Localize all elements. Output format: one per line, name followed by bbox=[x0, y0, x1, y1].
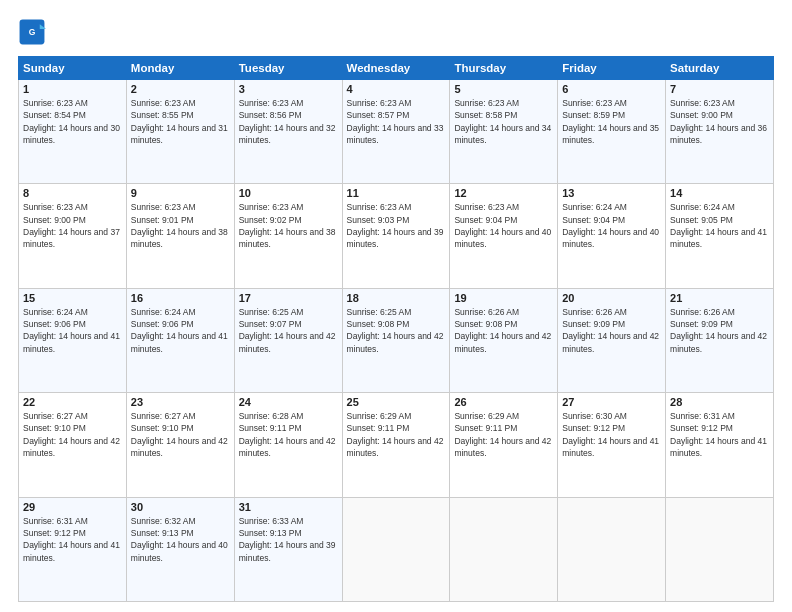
weekday-header-wednesday: Wednesday bbox=[342, 57, 450, 80]
day-info: Sunrise: 6:23 AMSunset: 8:56 PMDaylight:… bbox=[239, 97, 338, 146]
calendar-cell: 5Sunrise: 6:23 AMSunset: 8:58 PMDaylight… bbox=[450, 80, 558, 184]
calendar-cell: 1Sunrise: 6:23 AMSunset: 8:54 PMDaylight… bbox=[19, 80, 127, 184]
calendar-cell: 6Sunrise: 6:23 AMSunset: 8:59 PMDaylight… bbox=[558, 80, 666, 184]
day-info: Sunrise: 6:26 AMSunset: 9:09 PMDaylight:… bbox=[670, 306, 769, 355]
calendar-cell: 13Sunrise: 6:24 AMSunset: 9:04 PMDayligh… bbox=[558, 184, 666, 288]
day-info: Sunrise: 6:27 AMSunset: 9:10 PMDaylight:… bbox=[23, 410, 122, 459]
calendar-cell: 18Sunrise: 6:25 AMSunset: 9:08 PMDayligh… bbox=[342, 288, 450, 392]
day-info: Sunrise: 6:25 AMSunset: 9:07 PMDaylight:… bbox=[239, 306, 338, 355]
day-number: 21 bbox=[670, 292, 769, 304]
calendar-cell: 27Sunrise: 6:30 AMSunset: 9:12 PMDayligh… bbox=[558, 393, 666, 497]
calendar-cell bbox=[450, 497, 558, 601]
day-info: Sunrise: 6:23 AMSunset: 8:59 PMDaylight:… bbox=[562, 97, 661, 146]
calendar-cell: 22Sunrise: 6:27 AMSunset: 9:10 PMDayligh… bbox=[19, 393, 127, 497]
day-number: 1 bbox=[23, 83, 122, 95]
day-info: Sunrise: 6:23 AMSunset: 9:04 PMDaylight:… bbox=[454, 201, 553, 250]
page: G SundayMondayTuesdayWednesdayThursdayFr… bbox=[0, 0, 792, 612]
day-number: 11 bbox=[347, 187, 446, 199]
day-info: Sunrise: 6:24 AMSunset: 9:06 PMDaylight:… bbox=[131, 306, 230, 355]
calendar-cell: 26Sunrise: 6:29 AMSunset: 9:11 PMDayligh… bbox=[450, 393, 558, 497]
calendar-week-4: 22Sunrise: 6:27 AMSunset: 9:10 PMDayligh… bbox=[19, 393, 774, 497]
day-info: Sunrise: 6:23 AMSunset: 8:54 PMDaylight:… bbox=[23, 97, 122, 146]
day-info: Sunrise: 6:23 AMSunset: 9:00 PMDaylight:… bbox=[23, 201, 122, 250]
day-info: Sunrise: 6:23 AMSunset: 9:00 PMDaylight:… bbox=[670, 97, 769, 146]
day-info: Sunrise: 6:28 AMSunset: 9:11 PMDaylight:… bbox=[239, 410, 338, 459]
calendar-cell: 16Sunrise: 6:24 AMSunset: 9:06 PMDayligh… bbox=[126, 288, 234, 392]
calendar-cell bbox=[666, 497, 774, 601]
day-number: 7 bbox=[670, 83, 769, 95]
day-number: 18 bbox=[347, 292, 446, 304]
day-number: 3 bbox=[239, 83, 338, 95]
day-number: 10 bbox=[239, 187, 338, 199]
header: G bbox=[18, 18, 774, 46]
calendar-cell: 21Sunrise: 6:26 AMSunset: 9:09 PMDayligh… bbox=[666, 288, 774, 392]
day-number: 17 bbox=[239, 292, 338, 304]
day-number: 19 bbox=[454, 292, 553, 304]
day-number: 4 bbox=[347, 83, 446, 95]
day-number: 24 bbox=[239, 396, 338, 408]
day-number: 22 bbox=[23, 396, 122, 408]
calendar-cell: 29Sunrise: 6:31 AMSunset: 9:12 PMDayligh… bbox=[19, 497, 127, 601]
weekday-header-tuesday: Tuesday bbox=[234, 57, 342, 80]
svg-text:G: G bbox=[29, 27, 36, 37]
calendar-week-5: 29Sunrise: 6:31 AMSunset: 9:12 PMDayligh… bbox=[19, 497, 774, 601]
calendar-cell: 31Sunrise: 6:33 AMSunset: 9:13 PMDayligh… bbox=[234, 497, 342, 601]
day-number: 6 bbox=[562, 83, 661, 95]
day-info: Sunrise: 6:27 AMSunset: 9:10 PMDaylight:… bbox=[131, 410, 230, 459]
day-number: 28 bbox=[670, 396, 769, 408]
calendar-cell: 12Sunrise: 6:23 AMSunset: 9:04 PMDayligh… bbox=[450, 184, 558, 288]
calendar-cell: 14Sunrise: 6:24 AMSunset: 9:05 PMDayligh… bbox=[666, 184, 774, 288]
day-number: 26 bbox=[454, 396, 553, 408]
calendar-cell: 28Sunrise: 6:31 AMSunset: 9:12 PMDayligh… bbox=[666, 393, 774, 497]
day-info: Sunrise: 6:29 AMSunset: 9:11 PMDaylight:… bbox=[454, 410, 553, 459]
calendar-cell: 2Sunrise: 6:23 AMSunset: 8:55 PMDaylight… bbox=[126, 80, 234, 184]
calendar-cell: 9Sunrise: 6:23 AMSunset: 9:01 PMDaylight… bbox=[126, 184, 234, 288]
day-info: Sunrise: 6:32 AMSunset: 9:13 PMDaylight:… bbox=[131, 515, 230, 564]
calendar-cell: 23Sunrise: 6:27 AMSunset: 9:10 PMDayligh… bbox=[126, 393, 234, 497]
day-info: Sunrise: 6:23 AMSunset: 8:57 PMDaylight:… bbox=[347, 97, 446, 146]
day-number: 12 bbox=[454, 187, 553, 199]
calendar-week-1: 1Sunrise: 6:23 AMSunset: 8:54 PMDaylight… bbox=[19, 80, 774, 184]
weekday-header-sunday: Sunday bbox=[19, 57, 127, 80]
calendar-cell: 10Sunrise: 6:23 AMSunset: 9:02 PMDayligh… bbox=[234, 184, 342, 288]
weekday-header-saturday: Saturday bbox=[666, 57, 774, 80]
weekday-header-row: SundayMondayTuesdayWednesdayThursdayFrid… bbox=[19, 57, 774, 80]
day-number: 9 bbox=[131, 187, 230, 199]
day-info: Sunrise: 6:23 AMSunset: 8:55 PMDaylight:… bbox=[131, 97, 230, 146]
day-number: 2 bbox=[131, 83, 230, 95]
day-info: Sunrise: 6:26 AMSunset: 9:08 PMDaylight:… bbox=[454, 306, 553, 355]
day-info: Sunrise: 6:23 AMSunset: 9:02 PMDaylight:… bbox=[239, 201, 338, 250]
day-number: 15 bbox=[23, 292, 122, 304]
day-info: Sunrise: 6:23 AMSunset: 9:03 PMDaylight:… bbox=[347, 201, 446, 250]
day-info: Sunrise: 6:23 AMSunset: 9:01 PMDaylight:… bbox=[131, 201, 230, 250]
day-number: 20 bbox=[562, 292, 661, 304]
day-info: Sunrise: 6:26 AMSunset: 9:09 PMDaylight:… bbox=[562, 306, 661, 355]
calendar-cell bbox=[558, 497, 666, 601]
day-info: Sunrise: 6:24 AMSunset: 9:05 PMDaylight:… bbox=[670, 201, 769, 250]
calendar-cell: 17Sunrise: 6:25 AMSunset: 9:07 PMDayligh… bbox=[234, 288, 342, 392]
day-info: Sunrise: 6:29 AMSunset: 9:11 PMDaylight:… bbox=[347, 410, 446, 459]
day-info: Sunrise: 6:31 AMSunset: 9:12 PMDaylight:… bbox=[23, 515, 122, 564]
calendar-cell: 7Sunrise: 6:23 AMSunset: 9:00 PMDaylight… bbox=[666, 80, 774, 184]
weekday-header-thursday: Thursday bbox=[450, 57, 558, 80]
logo-icon: G bbox=[18, 18, 46, 46]
day-number: 27 bbox=[562, 396, 661, 408]
calendar-cell: 15Sunrise: 6:24 AMSunset: 9:06 PMDayligh… bbox=[19, 288, 127, 392]
calendar-week-3: 15Sunrise: 6:24 AMSunset: 9:06 PMDayligh… bbox=[19, 288, 774, 392]
day-number: 30 bbox=[131, 501, 230, 513]
day-info: Sunrise: 6:30 AMSunset: 9:12 PMDaylight:… bbox=[562, 410, 661, 459]
day-number: 31 bbox=[239, 501, 338, 513]
day-number: 25 bbox=[347, 396, 446, 408]
calendar-cell: 8Sunrise: 6:23 AMSunset: 9:00 PMDaylight… bbox=[19, 184, 127, 288]
calendar-cell: 30Sunrise: 6:32 AMSunset: 9:13 PMDayligh… bbox=[126, 497, 234, 601]
day-number: 14 bbox=[670, 187, 769, 199]
day-number: 13 bbox=[562, 187, 661, 199]
day-info: Sunrise: 6:33 AMSunset: 9:13 PMDaylight:… bbox=[239, 515, 338, 564]
calendar-cell bbox=[342, 497, 450, 601]
logo: G bbox=[18, 18, 50, 46]
calendar-cell: 24Sunrise: 6:28 AMSunset: 9:11 PMDayligh… bbox=[234, 393, 342, 497]
day-number: 16 bbox=[131, 292, 230, 304]
day-number: 29 bbox=[23, 501, 122, 513]
calendar-cell: 4Sunrise: 6:23 AMSunset: 8:57 PMDaylight… bbox=[342, 80, 450, 184]
day-number: 23 bbox=[131, 396, 230, 408]
